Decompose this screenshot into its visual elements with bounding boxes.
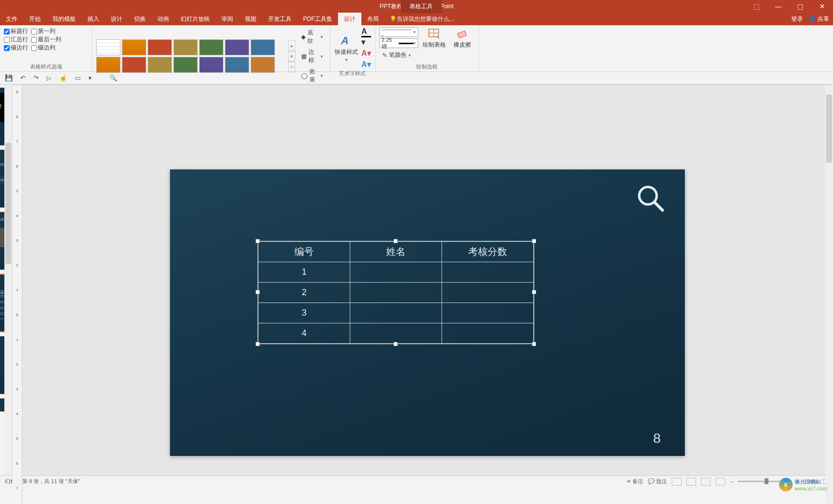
new-slide-icon[interactable]: ▭ [75,74,81,82]
table-cell[interactable] [442,262,534,282]
slide-table[interactable]: 编号姓名考核分数 1 2 3 4 [258,241,534,344]
ribbon: 标题行 第一列 汇总行 最后一列 镶边行 镶边列 表格样式选项 [0,25,833,72]
chk-banded-row[interactable]: 镶边行 [4,44,28,52]
tell-me-search[interactable]: 💡 告诉我您想要做什么... [390,13,454,25]
minimize-icon[interactable]: — [767,0,789,13]
tab-home[interactable]: 开始 [23,13,47,25]
tab-developer[interactable]: 开发工具 [262,13,297,25]
tab-insert[interactable]: 插入 [82,13,105,25]
table-style-12[interactable] [199,57,223,73]
table-header[interactable]: 编号 [258,241,350,262]
table-cell[interactable] [442,323,534,343]
close-icon[interactable]: ✕ [811,0,833,13]
table-style-14[interactable] [251,57,275,73]
eraser-icon [456,27,469,40]
redo-icon[interactable]: ↷ [34,74,39,82]
resize-handle[interactable] [532,342,536,346]
resize-handle[interactable] [255,342,260,346]
touch-mode-icon[interactable]: ☝ [59,74,67,82]
table-style-gallery[interactable] [96,39,285,73]
table-cell[interactable] [350,282,442,302]
text-effects-button[interactable]: A▾ [361,60,371,69]
chk-last-col[interactable]: 最后一列 [31,35,61,44]
resize-handle[interactable] [255,290,260,294]
table-cell[interactable] [442,282,534,302]
slide-table-selected[interactable]: 编号姓名考核分数 1 2 3 4 [257,241,534,344]
table-header[interactable]: 考核分数 [442,241,534,262]
table-cell[interactable] [350,302,442,323]
table-style-2[interactable] [122,39,146,55]
resize-handle[interactable] [393,342,398,346]
text-outline-button[interactable]: A▾ [361,49,371,58]
slide-canvas[interactable]: 8 编号姓名考核分数 1 2 3 4 [22,85,833,504]
tab-table-design[interactable]: 设计 [338,13,361,25]
resize-handle[interactable] [393,239,398,243]
table-cell[interactable] [350,323,442,343]
chk-banded-col[interactable]: 镶边列 [31,44,55,52]
slide-thumbnails-pane[interactable]: 5 ε=mc²此处照片的标题5 6 该事件的名言，或支持的论点或观察所得的一般引… [0,84,13,475]
tab-pdf[interactable]: PDF工具集 [297,13,338,25]
gallery-more-icon[interactable]: ▿ [288,62,295,72]
chk-total-row[interactable]: 汇总行 [4,35,28,44]
table-header[interactable]: 姓名 [350,241,442,262]
effects-button[interactable]: ◯ 效果 ▾ [298,66,326,85]
customize-qat-icon[interactable]: ▾ [88,74,92,82]
thumb-scrollbar[interactable] [4,84,12,475]
shading-button[interactable]: ◆ 底纹 ▾ [298,27,326,47]
wordart-icon: A [340,34,353,47]
tab-transitions[interactable]: 切换 [128,13,152,25]
table-style-3[interactable] [148,39,172,55]
tab-templates[interactable]: 我的模板 [47,13,82,25]
table-cell[interactable]: 1 [258,262,350,282]
table-style-7[interactable] [251,39,275,55]
canvas-scrollbar[interactable] [825,85,833,504]
quick-styles-button[interactable]: A 快速样式▾ [334,34,358,62]
borders-button[interactable]: ▦ 边框 ▾ [298,47,326,66]
table-style-8[interactable] [96,57,120,73]
undo-icon[interactable]: ↶ [20,74,26,82]
table-style-6[interactable] [225,39,249,55]
table-cell[interactable] [350,262,442,282]
resize-handle[interactable] [532,239,536,243]
resize-handle[interactable] [532,290,536,294]
table-style-10[interactable] [148,57,172,73]
login-button[interactable]: 登录 [791,15,803,23]
pen-color-button[interactable]: ✎ 笔颜色 ▾ [379,50,418,61]
svg-text:A: A [340,34,349,47]
table-cell[interactable]: 2 [258,282,350,302]
eraser-button[interactable]: 橡皮擦 [450,27,475,49]
table-style-4[interactable] [173,39,198,55]
tab-table-layout[interactable]: 布局 [361,13,385,25]
text-fill-button[interactable]: A▾ [361,27,371,47]
table-style-5[interactable] [199,39,223,55]
table-cell[interactable] [442,302,534,323]
table-style-13[interactable] [225,57,249,73]
tab-file[interactable]: 文件 [0,13,23,25]
table-cell[interactable]: 3 [258,302,350,323]
resize-handle[interactable] [255,239,260,243]
tell-me-placeholder: 告诉我您想要做什么... [397,15,454,23]
chk-first-col[interactable]: 第一列 [31,27,55,35]
tab-design[interactable]: 设计 [105,13,128,25]
table-style-11[interactable] [173,57,198,73]
tab-view[interactable]: 视图 [239,13,262,25]
share-button[interactable]: 👤 共享 [809,15,829,23]
maximize-icon[interactable]: ▢ [789,0,811,13]
tab-slideshow[interactable]: 幻灯片放映 [175,13,216,25]
tab-animations[interactable]: 动画 [152,13,175,25]
gallery-up-icon[interactable]: ▴ [288,40,295,51]
table-style-1[interactable] [96,39,120,55]
chk-header-row[interactable]: 标题行 [4,27,28,35]
pen-style-combo[interactable]: ------------------▾ [379,27,418,37]
group-wordart: A 快速样式▾ A▾ A▾ A▾ 艺术字样式 [330,25,375,71]
draw-table-button[interactable]: 绘制表格 [422,27,446,49]
pen-weight-combo[interactable]: 2.25 磅▾ [379,38,418,48]
save-icon[interactable]: 💾 [5,74,13,82]
table-style-9[interactable] [122,57,146,73]
table-cell[interactable]: 4 [258,323,350,343]
svg-line-10 [654,202,663,210]
tab-review[interactable]: 审阅 [216,13,239,25]
gallery-down-icon[interactable]: ▾ [288,51,295,62]
start-slideshow-icon[interactable]: ▷ [47,74,51,82]
ribbon-display-icon[interactable]: ⬚ [746,0,767,13]
